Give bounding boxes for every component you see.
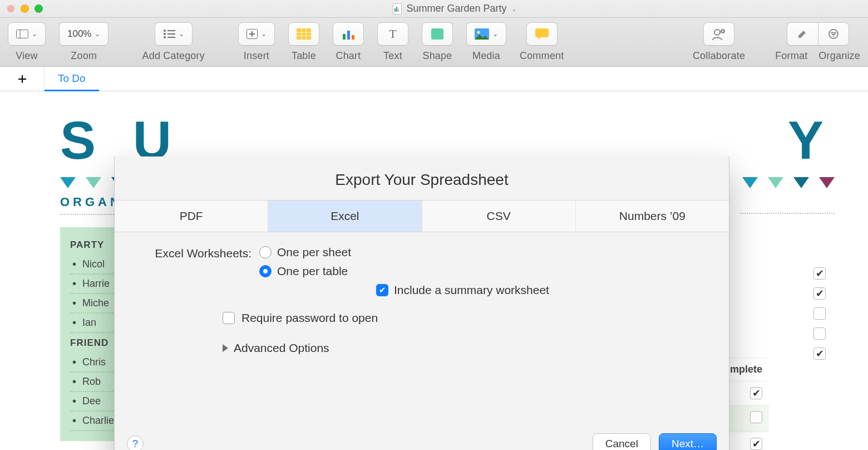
export-format-tabs: PDFExcelCSVNumbers ’09 bbox=[115, 200, 729, 232]
next-button[interactable]: Next… bbox=[659, 433, 717, 450]
collaborate-label: Collaborate bbox=[693, 50, 745, 62]
zoom-button[interactable]: 100% ⌄ bbox=[59, 22, 108, 46]
radio-one-per-table[interactable]: One per table bbox=[259, 265, 351, 278]
collaborate-button[interactable] bbox=[703, 22, 734, 46]
media-button[interactable]: ⌄ bbox=[466, 22, 506, 46]
radio-label: One per sheet bbox=[277, 246, 351, 259]
app-window: Summer Garden Party ⌄ ⌄ View 100% ⌄ Zoom… bbox=[0, 0, 868, 450]
shape-label: Shape bbox=[422, 50, 452, 62]
list-icon bbox=[163, 29, 175, 39]
export-tab-csv[interactable]: CSV bbox=[422, 200, 575, 232]
svg-point-9 bbox=[164, 36, 166, 38]
view-label: View bbox=[16, 50, 38, 62]
export-title: Export Your Spreadsheet bbox=[115, 156, 729, 200]
checkbox-label: Require password to open bbox=[241, 311, 378, 325]
svg-point-7 bbox=[164, 33, 166, 35]
radio-icon bbox=[259, 265, 272, 277]
document-title[interactable]: Summer Garden Party ⌄ bbox=[48, 3, 861, 14]
chart-icon bbox=[342, 28, 355, 40]
svg-point-5 bbox=[164, 30, 166, 32]
document-icon bbox=[393, 3, 402, 14]
done-checkbox[interactable] bbox=[813, 307, 826, 320]
done-checkbox[interactable] bbox=[750, 438, 762, 450]
sheet-tab-todo[interactable]: To Do bbox=[45, 67, 99, 91]
require-password-checkbox[interactable]: Require password to open bbox=[223, 311, 707, 325]
insert-button[interactable]: ⌄ bbox=[238, 22, 275, 46]
media-label: Media bbox=[472, 50, 500, 62]
chevron-down-icon: ⌄ bbox=[492, 30, 498, 38]
table-icon bbox=[297, 28, 311, 40]
export-tab-excel[interactable]: Excel bbox=[268, 200, 421, 232]
zoom-value: 100% bbox=[67, 28, 91, 40]
window-minimize-button[interactable] bbox=[21, 4, 29, 13]
svg-rect-1 bbox=[396, 7, 397, 12]
collaborate-icon bbox=[712, 28, 726, 40]
view-button[interactable]: ⌄ bbox=[8, 22, 46, 46]
comment-icon bbox=[535, 28, 549, 40]
shape-icon bbox=[431, 28, 443, 40]
svg-rect-21 bbox=[352, 35, 354, 40]
chevron-down-icon: ⌄ bbox=[261, 30, 267, 38]
export-tab-numbers-09[interactable]: Numbers ’09 bbox=[575, 200, 729, 232]
add-category-button[interactable]: ⌄ bbox=[155, 22, 193, 46]
insert-label: Insert bbox=[244, 50, 269, 62]
comment-button[interactable] bbox=[526, 22, 558, 46]
table-label: Table bbox=[292, 50, 316, 62]
svg-rect-20 bbox=[347, 31, 350, 40]
organize-button[interactable] bbox=[818, 22, 849, 46]
done-checkbox[interactable] bbox=[813, 327, 826, 340]
radio-one-per-sheet[interactable]: One per sheet bbox=[259, 246, 351, 259]
document-title-text: Summer Garden Party bbox=[406, 3, 506, 14]
svg-rect-14 bbox=[297, 28, 311, 40]
checkbox-icon bbox=[376, 284, 388, 296]
complete-header: mplete bbox=[730, 364, 762, 375]
checkbox-label: Include a summary worksheet bbox=[394, 283, 549, 297]
divider bbox=[60, 214, 116, 215]
shape-button[interactable] bbox=[422, 22, 453, 46]
done-checkbox[interactable] bbox=[813, 348, 826, 360]
add-category-label: Add Category bbox=[142, 50, 204, 62]
svg-rect-3 bbox=[17, 30, 28, 38]
text-icon: T bbox=[389, 27, 396, 41]
table-button[interactable] bbox=[288, 22, 319, 46]
export-tab-pdf[interactable]: PDF bbox=[115, 200, 268, 232]
done-checkbox[interactable] bbox=[813, 287, 826, 300]
sidebar-icon bbox=[16, 30, 28, 38]
window-fullscreen-button[interactable] bbox=[34, 4, 43, 13]
svg-point-24 bbox=[477, 31, 480, 34]
comment-label: Comment bbox=[520, 50, 564, 62]
svg-rect-2 bbox=[398, 9, 399, 12]
help-button[interactable]: ? bbox=[127, 436, 144, 450]
chart-button[interactable] bbox=[333, 22, 364, 46]
done-checkbox[interactable] bbox=[750, 411, 762, 423]
add-sheet-button[interactable] bbox=[0, 67, 45, 91]
chevron-down-icon: ⌄ bbox=[511, 5, 517, 13]
svg-rect-0 bbox=[394, 8, 396, 12]
window-close-button[interactable] bbox=[7, 4, 15, 13]
sheet-tabs-bar: To Do bbox=[0, 67, 868, 91]
done-checkbox[interactable] bbox=[813, 267, 826, 280]
svg-rect-8 bbox=[167, 33, 175, 35]
text-button[interactable]: T bbox=[377, 22, 408, 46]
cancel-button[interactable]: Cancel bbox=[593, 433, 651, 450]
done-checkbox[interactable] bbox=[750, 387, 762, 399]
page-title-right: Y bbox=[740, 114, 835, 167]
chevron-down-icon: ⌄ bbox=[179, 30, 184, 38]
organize-label: Organize bbox=[818, 50, 860, 62]
advanced-options-toggle[interactable]: Advanced Options bbox=[223, 341, 707, 355]
insert-icon bbox=[246, 29, 258, 39]
format-label: Format bbox=[775, 50, 807, 62]
svg-rect-6 bbox=[167, 30, 175, 31]
svg-rect-22 bbox=[431, 28, 443, 40]
chart-label: Chart bbox=[336, 50, 361, 62]
svg-rect-19 bbox=[343, 34, 346, 40]
format-button[interactable] bbox=[787, 22, 818, 46]
svg-rect-25 bbox=[535, 28, 549, 37]
disclosure-triangle-icon bbox=[223, 344, 228, 352]
text-label: Text bbox=[383, 50, 402, 62]
chevron-down-icon: ⌄ bbox=[95, 30, 100, 38]
worksheets-label: Excel Worksheets: bbox=[137, 246, 259, 260]
filter-icon bbox=[828, 28, 839, 40]
titlebar: Summer Garden Party ⌄ bbox=[0, 0, 868, 18]
include-summary-checkbox[interactable]: Include a summary worksheet bbox=[376, 283, 707, 297]
